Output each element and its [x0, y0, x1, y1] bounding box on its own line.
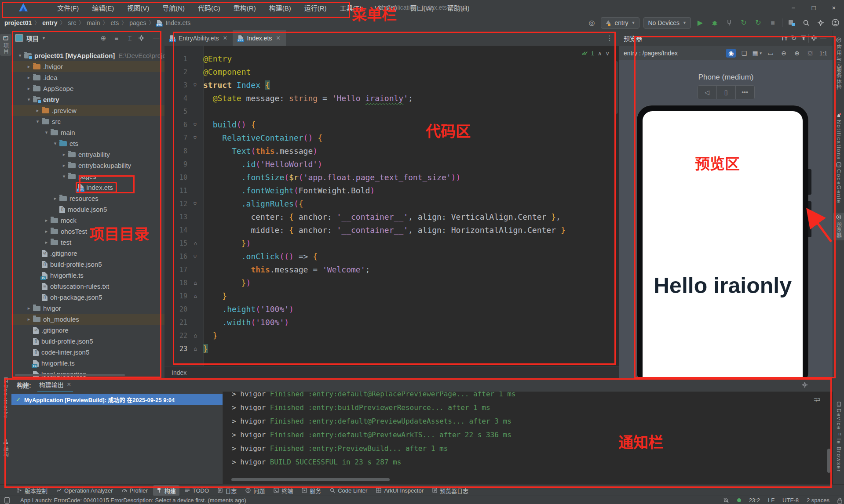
tree-chevron-icon[interactable]: ▾: [16, 53, 24, 58]
breadcrumb-item-ets[interactable]: ets: [111, 19, 119, 26]
tree-chevron-icon[interactable]: ▸: [25, 64, 33, 69]
debug-icon[interactable]: [709, 18, 720, 28]
fold-marker-icon[interactable]: ⌂: [187, 329, 203, 342]
tree-row-test[interactable]: ▸test: [11, 237, 164, 248]
device-select[interactable]: No Devices▼: [643, 17, 691, 29]
zoom-out-icon[interactable]: ⊖: [779, 49, 789, 58]
tree-row-ohosTest[interactable]: ▸ohosTest: [11, 226, 164, 237]
tree-row-oh_modules[interactable]: ▸oh_modules: [11, 314, 164, 325]
fold-marker-icon[interactable]: ⌂: [187, 131, 203, 145]
editor-breadcrumb[interactable]: Index: [164, 366, 626, 378]
tree-row-module.json5[interactable]: {}module.json5: [11, 204, 164, 215]
locate-file-icon[interactable]: ⊕: [99, 34, 108, 42]
next-issue-icon[interactable]: ∨: [605, 50, 610, 57]
code-line-11[interactable]: 11 .fontWeight(FontWeight.Bold): [164, 184, 619, 197]
menu-item-1[interactable]: 编辑(E): [87, 1, 119, 14]
tree-row-obfuscation-rules.txt[interactable]: ≣obfuscation-rules.txt: [11, 281, 164, 292]
tree-row-entry[interactable]: ▾entry: [11, 94, 164, 105]
zoom-in-icon[interactable]: ⊕: [792, 49, 802, 58]
code-line-19[interactable]: 19⌂ }: [164, 290, 619, 303]
stripe-tab-项目[interactable]: 项目: [0, 34, 11, 56]
log-vscrollbar[interactable]: [827, 449, 830, 473]
maximize-icon[interactable]: □: [804, 0, 824, 15]
stripe-tab-预览器[interactable]: 预览器: [833, 213, 844, 240]
tree-chevron-icon[interactable]: ▸: [51, 196, 59, 201]
layers-icon[interactable]: ❏: [739, 49, 749, 58]
breadcrumb-item-main[interactable]: main: [87, 19, 100, 26]
tree-row-ets[interactable]: ▾ets: [11, 138, 164, 149]
code-line-23[interactable]: 23⌂}: [164, 342, 619, 355]
editor-tab-EntryAbility.ets[interactable]: ETSEntryAbility.ets✕: [164, 30, 233, 46]
code-line-5[interactable]: 5: [164, 105, 619, 118]
tree-row-AppScope[interactable]: ▸AppScope: [11, 83, 164, 94]
tree-chevron-icon[interactable]: ▸: [25, 305, 33, 311]
tree-row-.gitignore[interactable]: ⊘.gitignore: [11, 325, 164, 336]
build-gear-icon[interactable]: [802, 382, 811, 388]
code-line-2[interactable]: 2@Component: [164, 65, 619, 79]
device-rotate-icon[interactable]: ▯: [717, 86, 736, 99]
caret-position[interactable]: 23:2: [749, 497, 760, 504]
status-health-dot[interactable]: [737, 498, 741, 502]
tree-chevron-icon[interactable]: ▾: [42, 130, 51, 135]
inspect-mode-icon[interactable]: ◉: [726, 49, 736, 58]
build-task-row[interactable]: ✓ MyApplication [PreviewBuild]: 成功的 在202…: [11, 394, 223, 405]
code-line-6[interactable]: 6⌂ build() {: [164, 118, 619, 131]
previewer-hide-icon[interactable]: —: [818, 34, 828, 43]
toolwindow-终端[interactable]: 终端: [270, 485, 296, 496]
menu-item-4[interactable]: 代码(C): [193, 1, 226, 14]
code-line-20[interactable]: 20 .height('100%'): [164, 303, 619, 316]
fold-marker-icon[interactable]: ⌂: [187, 276, 203, 290]
fit-screen-icon[interactable]: ⛋: [805, 49, 815, 58]
notifications-muted-icon[interactable]: [723, 497, 729, 504]
toolwindow-ArkUI Inspector[interactable]: ArkUI Inspector: [373, 486, 427, 495]
minimize-icon[interactable]: −: [783, 0, 804, 15]
toolwindow-版本控制[interactable]: 版本控制: [13, 485, 51, 496]
log-hscrollbar[interactable]: [231, 478, 390, 481]
build-hide-icon[interactable]: —: [818, 381, 827, 389]
breadcrumb-item-file[interactable]: Index.ets: [165, 19, 190, 26]
menu-item-6[interactable]: 构建(B): [264, 1, 296, 14]
filter-icon[interactable]: [799, 34, 808, 43]
prev-issue-icon[interactable]: ∧: [598, 50, 602, 57]
tree-row-mock[interactable]: ▸mock: [11, 215, 164, 226]
code-line-1[interactable]: 1@Entry: [164, 52, 619, 65]
stripe-tab-CodeGenie[interactable]: GCodeGenie: [833, 162, 844, 204]
toolwindow-构建[interactable]: 构建: [153, 485, 179, 496]
code-line-15[interactable]: 15⌂ }): [164, 237, 619, 250]
tab-close-icon[interactable]: ✕: [223, 35, 228, 41]
layout-grid-icon[interactable]: ▦▼: [753, 49, 762, 58]
tree-chevron-icon[interactable]: ▸: [25, 316, 33, 322]
tree-row-build-profile.json5[interactable]: {}build-profile.json5: [11, 259, 164, 270]
fold-marker-icon[interactable]: ⌂: [187, 79, 203, 92]
toolwindow-Code Linter[interactable]: Code Linter: [326, 486, 371, 495]
menu-item-11[interactable]: 帮助(H): [442, 1, 475, 14]
code-line-17[interactable]: 17 this.message = 'Welcome';: [164, 263, 619, 276]
tree-row-.idea[interactable]: ▸.idea: [11, 72, 164, 83]
tree-row-hvigor[interactable]: ▸hvigor: [11, 303, 164, 314]
tree-row-.preview[interactable]: ▸.preview: [11, 105, 164, 116]
code-line-22[interactable]: 22⌂ }: [164, 329, 619, 342]
panel-gear-icon[interactable]: [138, 35, 148, 41]
search-icon[interactable]: [801, 18, 811, 28]
toolwindow-问题[interactable]: 问题: [242, 485, 268, 496]
code-line-14[interactable]: 14 middle: { anchor: '__container__', al…: [164, 224, 619, 237]
tree-chevron-icon[interactable]: ▸: [25, 75, 33, 80]
font-scale-icon[interactable]: Tт: [779, 34, 789, 43]
settings-gear-icon[interactable]: [815, 18, 826, 28]
code-line-13[interactable]: 13 center: { anchor: '__container__', al…: [164, 210, 619, 224]
tree-chevron-icon[interactable]: ▸: [25, 86, 33, 91]
code-line-8[interactable]: 8 Text(this.message): [164, 145, 619, 158]
editor-tab-Index.ets[interactable]: ETSIndex.ets✕: [233, 30, 286, 46]
refresh-icon[interactable]: ↻: [789, 34, 799, 43]
line-ending[interactable]: LF: [768, 497, 775, 504]
menu-item-9[interactable]: VCS(S): [369, 2, 402, 13]
attach-debugger-icon[interactable]: [724, 18, 734, 28]
tree-row-entrybackupability[interactable]: ▸entrybackupability: [11, 160, 164, 171]
device-back-icon[interactable]: ◁: [698, 86, 717, 99]
stripe-tab-应用与元服务体检[interactable]: 应用与元服务体检: [833, 37, 844, 90]
toolwindow-服务[interactable]: 服务: [298, 485, 325, 496]
run-icon[interactable]: ▶: [695, 18, 705, 28]
tree-row-.gitignore[interactable]: ⊘.gitignore: [11, 248, 164, 259]
close-icon[interactable]: ×: [824, 0, 844, 15]
tab-options-kebab-icon[interactable]: ⋮: [600, 30, 619, 46]
